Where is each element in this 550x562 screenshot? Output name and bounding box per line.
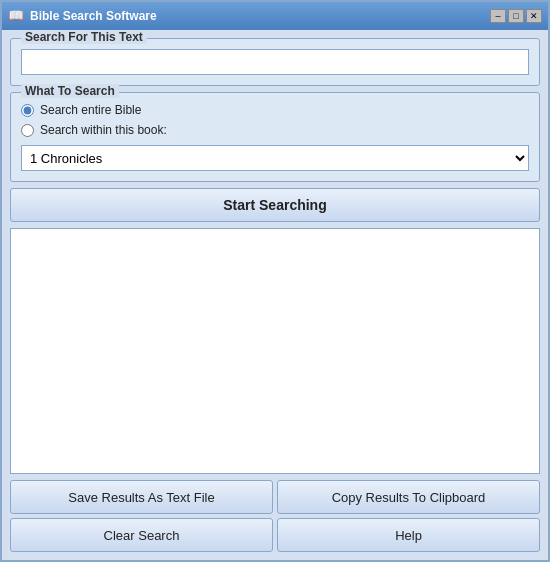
minimize-button[interactable]: – [490, 9, 506, 23]
radio-entire-bible-row: Search entire Bible [21, 103, 529, 117]
window-content: Search For This Text What To Search Sear… [2, 30, 548, 560]
radio-entire-bible-label: Search entire Bible [40, 103, 141, 117]
radio-entire-bible[interactable] [21, 104, 34, 117]
app-icon: 📖 [8, 8, 24, 24]
close-button[interactable]: ✕ [526, 9, 542, 23]
bottom-buttons: Save Results As Text File Copy Results T… [10, 480, 540, 552]
search-group: Search For This Text [10, 38, 540, 86]
title-bar: 📖 Bible Search Software – □ ✕ [2, 2, 548, 30]
window-controls: – □ ✕ [490, 9, 542, 23]
what-to-search-label: What To Search [21, 84, 119, 98]
search-input[interactable] [21, 49, 529, 75]
save-results-button[interactable]: Save Results As Text File [10, 480, 273, 514]
results-area[interactable] [10, 228, 540, 474]
what-to-search-group: What To Search Search entire Bible Searc… [10, 92, 540, 182]
help-button[interactable]: Help [277, 518, 540, 552]
main-window: 📖 Bible Search Software – □ ✕ Search For… [0, 0, 550, 562]
radio-within-book-row: Search within this book: [21, 123, 529, 137]
radio-within-book[interactable] [21, 124, 34, 137]
window-title: Bible Search Software [30, 9, 490, 23]
radio-group: Search entire Bible Search within this b… [21, 103, 529, 171]
radio-within-book-label: Search within this book: [40, 123, 167, 137]
search-group-label: Search For This Text [21, 30, 147, 44]
copy-results-button[interactable]: Copy Results To Clipboard [277, 480, 540, 514]
start-searching-button[interactable]: Start Searching [10, 188, 540, 222]
book-select[interactable]: GenesisExodusLeviticusNumbersDeuteronomy… [21, 145, 529, 171]
restore-button[interactable]: □ [508, 9, 524, 23]
clear-search-button[interactable]: Clear Search [10, 518, 273, 552]
